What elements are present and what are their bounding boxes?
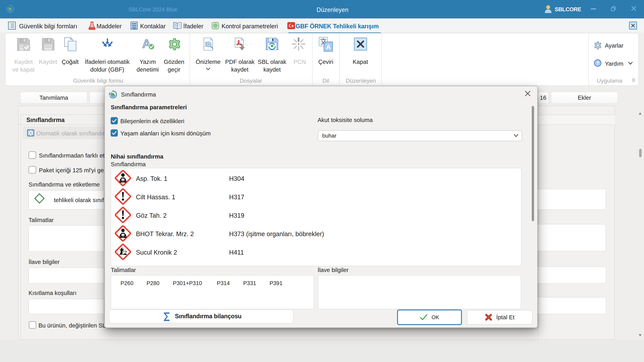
svg-text:?: ? — [596, 60, 599, 66]
svg-text:A: A — [326, 43, 331, 51]
